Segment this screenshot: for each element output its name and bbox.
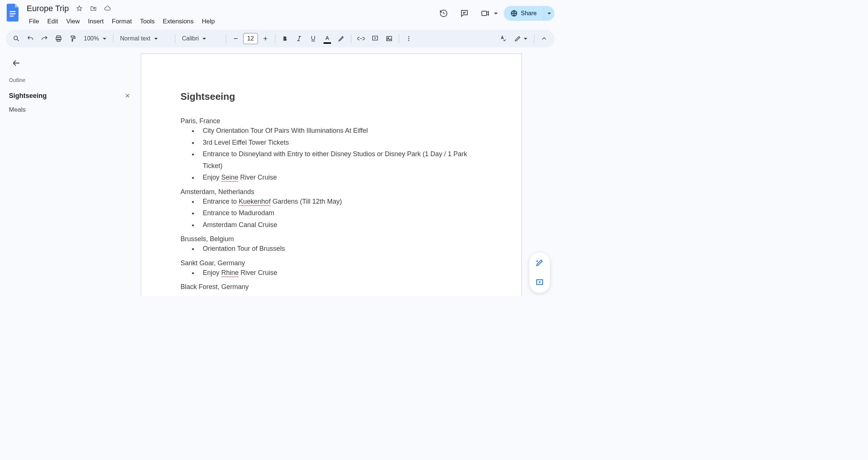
fab-group bbox=[529, 252, 550, 293]
move-button[interactable] bbox=[88, 3, 99, 14]
ai-fab[interactable] bbox=[532, 255, 547, 270]
svg-rect-2 bbox=[10, 16, 14, 17]
share-label: Share bbox=[521, 10, 537, 17]
menu-help[interactable]: Help bbox=[198, 16, 218, 27]
more-button[interactable] bbox=[402, 32, 415, 45]
close-icon[interactable] bbox=[123, 91, 132, 100]
underline-button[interactable] bbox=[307, 32, 320, 45]
share-dropdown-button[interactable] bbox=[543, 6, 554, 21]
caret-down-icon bbox=[494, 13, 498, 14]
list-item: Entrance to Kuekenhof Gardens (Till 12th… bbox=[198, 196, 482, 208]
share-button[interactable]: Share bbox=[504, 6, 543, 21]
list-item: Orientation Tour of Brussels bbox=[198, 243, 482, 255]
menu-format[interactable]: Format bbox=[108, 16, 136, 27]
list-item: Entrance to Disneyland with Entry to eit… bbox=[198, 148, 482, 172]
svg-rect-10 bbox=[387, 36, 391, 41]
location-heading: Paris, France bbox=[180, 116, 482, 125]
comments-button[interactable] bbox=[457, 6, 472, 21]
add-comment-button[interactable] bbox=[368, 32, 382, 45]
menu-extensions[interactable]: Extensions bbox=[159, 16, 197, 27]
list-item: Amsterdam Canal Cruise bbox=[198, 219, 482, 231]
location-heading: Brussels, Belgium bbox=[180, 234, 482, 243]
link-button[interactable] bbox=[354, 32, 368, 45]
spelling-error[interactable]: Rhine bbox=[221, 269, 239, 277]
font-select[interactable]: Calibri bbox=[178, 32, 223, 45]
svg-rect-0 bbox=[10, 11, 16, 12]
svg-point-14 bbox=[408, 40, 409, 41]
increase-font-button[interactable] bbox=[259, 32, 272, 45]
history-button[interactable] bbox=[436, 6, 451, 21]
outline-item-label: Meals bbox=[9, 106, 26, 114]
list-item: Entrance to Madurodam bbox=[198, 207, 482, 219]
document-page[interactable]: Sightseeing Paris, FranceCity Orientatio… bbox=[141, 53, 522, 296]
outline-title: Outline bbox=[9, 77, 132, 83]
spelling-error[interactable]: Kuekenhof bbox=[239, 198, 271, 206]
menu-edit[interactable]: Edit bbox=[43, 16, 62, 27]
spelling-error[interactable]: Seine bbox=[221, 174, 238, 182]
font-value: Calibri bbox=[182, 35, 199, 42]
document-title[interactable]: Europe Trip bbox=[25, 4, 70, 13]
svg-rect-1 bbox=[10, 13, 16, 14]
menu-view[interactable]: View bbox=[63, 16, 84, 27]
list-item: Enjoy Rhine River Cruise bbox=[198, 267, 482, 279]
outline-item-label: Sightseeing bbox=[9, 92, 47, 100]
outline-back-button[interactable] bbox=[9, 56, 24, 70]
docs-logo[interactable] bbox=[6, 3, 21, 22]
location-heading: Sankt Goar, Germany bbox=[180, 258, 482, 267]
collapse-toolbar-button[interactable] bbox=[537, 32, 551, 45]
add-comment-fab[interactable] bbox=[532, 275, 547, 290]
location-heading: Black Forest, Germany bbox=[180, 282, 482, 291]
svg-point-12 bbox=[408, 36, 409, 37]
paragraph-style-value: Normal text bbox=[120, 35, 150, 42]
paragraph-style-select[interactable]: Normal text bbox=[116, 32, 172, 45]
font-size-input[interactable]: 12 bbox=[243, 33, 258, 44]
outline-item-meals[interactable]: Meals bbox=[9, 103, 132, 116]
list-item: City Orientation Tour Of Pairs With Illu… bbox=[198, 125, 482, 137]
list-item: 3rd Level Eiffel Tower Tickets bbox=[198, 137, 482, 149]
zoom-value: 100% bbox=[84, 35, 99, 42]
decrease-font-button[interactable] bbox=[229, 32, 242, 45]
paint-format-button[interactable] bbox=[66, 32, 79, 45]
spellcheck-button[interactable] bbox=[496, 32, 510, 45]
svg-rect-3 bbox=[482, 11, 487, 16]
menu-bar: FileEditViewInsertFormatToolsExtensionsH… bbox=[25, 14, 436, 27]
menu-tools[interactable]: Tools bbox=[136, 16, 159, 27]
italic-button[interactable] bbox=[292, 32, 306, 45]
insert-image-button[interactable] bbox=[382, 32, 396, 45]
highlight-button[interactable] bbox=[335, 32, 348, 45]
location-heading: Amsterdam, Netherlands bbox=[180, 187, 482, 196]
list-item: Enjoy Seine River Cruise bbox=[198, 172, 482, 184]
redo-button[interactable] bbox=[38, 32, 51, 45]
star-button[interactable] bbox=[74, 3, 85, 14]
menu-insert[interactable]: Insert bbox=[84, 16, 107, 27]
outline-sidebar: Outline SightseeingMeals bbox=[0, 50, 141, 296]
heading-sightseeing: Sightseeing bbox=[180, 91, 482, 102]
bold-button[interactable] bbox=[278, 32, 292, 45]
svg-point-5 bbox=[14, 36, 17, 40]
outline-item-sightseeing[interactable]: Sightseeing bbox=[9, 88, 132, 103]
print-button[interactable] bbox=[52, 32, 65, 45]
meet-button[interactable] bbox=[478, 6, 498, 21]
toolbar: 100% Normal text Calibri 12 bbox=[6, 30, 554, 47]
svg-point-13 bbox=[408, 38, 409, 39]
cloud-status-icon[interactable] bbox=[102, 3, 113, 14]
menu-file[interactable]: File bbox=[25, 16, 43, 27]
zoom-select[interactable]: 100% bbox=[80, 32, 110, 45]
text-color-button[interactable] bbox=[321, 32, 334, 45]
undo-button[interactable] bbox=[24, 32, 37, 45]
search-button[interactable] bbox=[10, 32, 23, 45]
editing-mode-select[interactable] bbox=[510, 32, 531, 45]
